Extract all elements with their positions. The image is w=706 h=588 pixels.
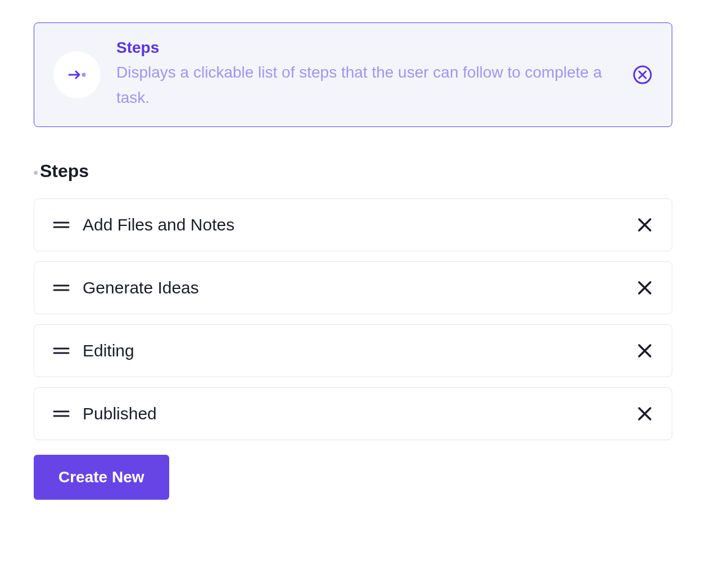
step-item	[34, 387, 672, 440]
banner-content: Steps Displays a clickable list of steps…	[116, 39, 617, 111]
section-header: Steps	[34, 161, 672, 182]
step-item	[34, 198, 672, 251]
drag-handle-icon[interactable]	[52, 279, 70, 297]
steps-icon	[53, 51, 101, 98]
section-dot	[34, 171, 38, 175]
step-label-input[interactable]	[83, 338, 623, 364]
banner-close-button[interactable]	[632, 65, 653, 85]
step-label-input[interactable]	[83, 212, 623, 238]
drag-handle-icon[interactable]	[52, 342, 70, 360]
step-remove-button[interactable]	[636, 342, 654, 360]
steps-info-banner: Steps Displays a clickable list of steps…	[34, 22, 672, 127]
step-item	[34, 261, 672, 314]
step-remove-button[interactable]	[636, 405, 654, 423]
drag-handle-icon[interactable]	[52, 216, 70, 234]
drag-handle-icon[interactable]	[52, 405, 70, 423]
banner-description: Displays a clickable list of steps that …	[116, 60, 617, 111]
step-label-input[interactable]	[83, 275, 623, 301]
create-new-button[interactable]: Create New	[34, 455, 169, 500]
step-remove-button[interactable]	[636, 279, 654, 297]
steps-list	[34, 198, 672, 440]
svg-point-0	[82, 73, 86, 76]
step-label-input[interactable]	[83, 401, 623, 427]
section-title: Steps	[40, 161, 89, 182]
step-remove-button[interactable]	[636, 216, 654, 234]
step-item	[34, 324, 672, 377]
banner-title: Steps	[116, 39, 617, 57]
